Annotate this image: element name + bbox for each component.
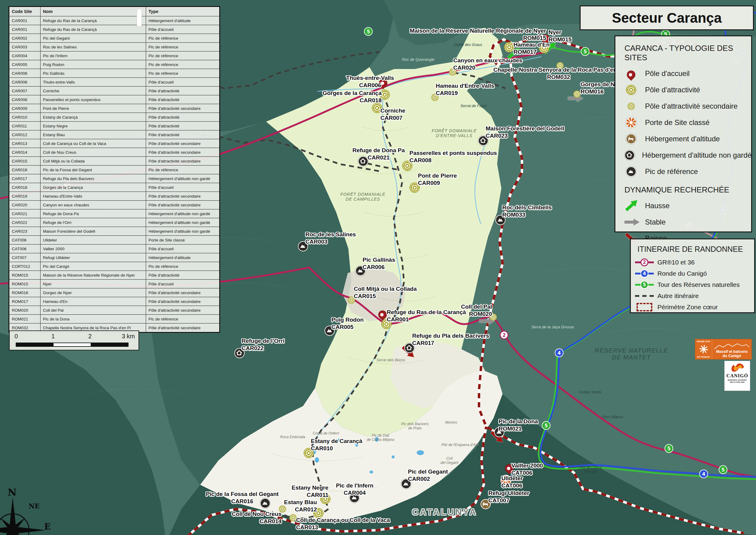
site-name: Pont de Pierre xyxy=(418,173,457,179)
site-code: CAR015 xyxy=(354,293,376,299)
site-name: Canyon en eaux chaudes xyxy=(453,57,522,64)
site-code: CAR021 xyxy=(368,154,390,161)
cell-code-site: ROM017 xyxy=(9,297,40,306)
map-title: Secteur Carança xyxy=(612,10,721,26)
cell-type: Hébergement d'altitude non gardé xyxy=(146,210,220,218)
cell-code-site: CAR001 xyxy=(9,25,40,34)
cell-nom: Ulldeter xyxy=(40,236,146,244)
legend-item-label: Pôle d'accueil xyxy=(645,69,689,78)
site-label: Nyer ROM015 xyxy=(549,29,572,43)
site-code: CAR010 xyxy=(311,445,333,451)
cell-code-site: CAR001 xyxy=(9,16,40,25)
cell-nom: Refuge du Pla dels Bacivers xyxy=(40,174,146,183)
site-code: CAR018 xyxy=(360,97,382,103)
site-label: Pic de l'Infern CAR004 xyxy=(336,482,373,496)
site-label: Maison Forestière del Godell CAR023 xyxy=(486,125,564,139)
legend-item-icon xyxy=(624,215,638,229)
legend-item: Hausse xyxy=(624,198,748,214)
grand-site-logo: GRAND SITE DE FRANCE Massif et balc xyxy=(695,339,752,359)
cell-code-site: CAR017 xyxy=(9,174,40,183)
cell-type: Pic de référence xyxy=(146,262,220,271)
site-name: Refuge de Dona Pa xyxy=(352,147,405,154)
cell-type: Pôle d'attractivité xyxy=(146,130,220,139)
site-name: Vallter 2000 xyxy=(511,463,543,469)
canigo-name-label: CANIGÓ xyxy=(726,373,748,379)
cell-nom: Pic Gallinàs xyxy=(40,69,146,78)
cell-nom: Pic de la Dona xyxy=(40,315,146,324)
cell-type: Pôle d'attractivité secondaire xyxy=(146,306,220,315)
cell-nom: Pic del Gegant xyxy=(40,34,146,43)
cell-type: Pôle d'attractivité xyxy=(146,113,220,122)
site-label: Refugi Ulldeter CAT007 xyxy=(488,490,529,504)
table-row: CAR012 Estany Blau Pôle d'attractivité xyxy=(9,130,220,139)
cell-nom: Roc de les Salines xyxy=(40,43,146,51)
table-row: CAR019 Hameau d'Entre-Valls Pôle d'attra… xyxy=(9,192,220,201)
header-code-site: Code Site xyxy=(9,7,40,16)
cell-code-site: CORT012 xyxy=(9,262,40,271)
cell-nom: Gorges de la Carança xyxy=(40,183,146,192)
site-code: ROM015 xyxy=(549,36,572,43)
site-label: Vallter 2000 CAT006 xyxy=(511,462,543,477)
table-row: CAR016 Pic de la Fossa del Gegant Pic de… xyxy=(9,165,220,174)
site-code: CAR013 xyxy=(296,524,318,530)
site-name: Pic del Gegant xyxy=(408,468,448,475)
cell-nom: Pic del Canigó xyxy=(40,262,146,271)
attractivite-secondaire-icon xyxy=(628,102,635,110)
cell-nom: Estany de Carançà xyxy=(40,113,146,122)
cell-type: Porte de Site classé xyxy=(146,236,220,244)
scale-label-0: 0 xyxy=(14,333,18,340)
cell-code-site: ROM020 xyxy=(9,306,40,315)
cell-type: Pic de référence xyxy=(146,60,220,69)
area-label: RÉSERVE NATURELLE DE MANTET xyxy=(595,347,668,361)
route-badge-icon: 2 xyxy=(640,258,648,266)
area-label: Pla de Coma Ermada xyxy=(580,465,602,474)
table-row: CAR020 Canyon en eaux chaudes Pôle d'att… xyxy=(9,201,220,210)
site-label: Maison de la Réserve Naturelle Régionale… xyxy=(410,27,546,42)
route-badge-icon: 5 xyxy=(640,281,648,289)
site-name: Hameau d'En xyxy=(513,42,550,48)
legend-item: Hébergement d'altitude non gardé xyxy=(624,147,748,163)
cell-type: Pôle d'attractivité secondaire xyxy=(146,104,220,113)
cell-code-site: CAR014 xyxy=(9,148,40,157)
site-table: Code Site Nom Type CAR001 Refuge du Ras … xyxy=(9,6,220,333)
site-label: Puig Rodon CAR005 xyxy=(332,316,364,331)
site-name: Roc de les Salines xyxy=(306,231,356,238)
cell-type: Pic de référence xyxy=(146,51,220,60)
cell-code-site: ROM016 xyxy=(9,288,40,297)
hebergement-non-garde-icon xyxy=(624,150,635,160)
legend-itineraire-item: Périmètre Zone cœur xyxy=(634,301,752,313)
table-row: CAR006 Thuès-entre-Valls Pôle d'accueil xyxy=(9,78,220,87)
cell-nom: Pic de la Fossa del Gegant xyxy=(40,165,146,174)
site-label: Thuès-entre-Valls CAR006 xyxy=(346,74,394,89)
itineraire-line-icon: 4 xyxy=(634,269,654,278)
itineraire-item-label: Tour des Réserves naturelles xyxy=(658,281,740,288)
table-row: CAR001 Refuge du Ras de la Carançà Héber… xyxy=(9,16,220,25)
cell-code-site: CAR008 xyxy=(9,95,40,104)
site-code: CAR016 xyxy=(231,498,254,504)
table-row: ROM015 Maison de la Réserve Naturelle Ré… xyxy=(9,271,220,280)
site-name: Ulldeter xyxy=(501,475,523,481)
table-header-row: Code Site Nom Type xyxy=(9,7,220,16)
table-row: CAR006 Pic Gallinàs Pic de référence xyxy=(9,69,220,78)
table-scrollbar-thumb[interactable] xyxy=(137,9,142,27)
accueil-pin-icon xyxy=(625,69,637,81)
area-label: Coma de l'Infern xyxy=(313,431,339,436)
pinwheel-icon xyxy=(699,344,709,354)
route-badge: 5 xyxy=(364,27,373,36)
site-name: Estany Negre xyxy=(292,485,328,491)
table-row: CAR015 Coll Mitjà ou la Collada Pôle d'a… xyxy=(9,157,220,165)
scale-label-2: 2 xyxy=(88,333,92,340)
site-label: Roc de les Salines CAR003 xyxy=(306,231,356,245)
site-code: CAT006 xyxy=(501,482,522,489)
cell-code-site: CAR004 xyxy=(9,51,40,60)
cell-nom: Refuge du Ras de la Carançà xyxy=(40,16,146,25)
route-badge: 4 xyxy=(699,470,708,478)
site-name: Gorges de la Carança xyxy=(323,90,382,96)
legend-item-label: Pôle d'attractivité xyxy=(645,86,700,94)
route-badge: 4 xyxy=(555,349,564,357)
site-code: ROM033 xyxy=(502,211,525,218)
legend-typologie-list: Pôle d'accueil Pôle d'attractivité Pôle … xyxy=(624,65,748,180)
site-code: ROM020 xyxy=(469,311,492,317)
area-label: Piló de l'Esquena d'Ase xyxy=(441,443,479,447)
site-code: CAR019 xyxy=(436,90,458,96)
